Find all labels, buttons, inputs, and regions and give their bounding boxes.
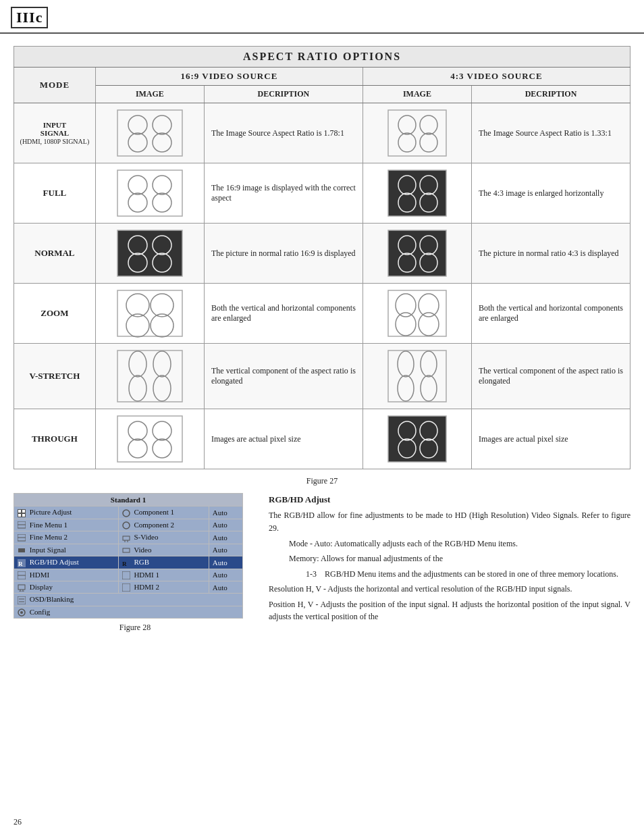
menu-item-config: Config bbox=[14, 606, 243, 618]
menu-item-right-value: Auto bbox=[209, 556, 242, 569]
image-cell-169-2 bbox=[95, 224, 204, 284]
menu-item-right-label: HDMI 2 bbox=[118, 581, 209, 594]
svg-rect-86 bbox=[122, 583, 130, 592]
aspect-ratio-table: ASPECT RATIO OPTIONS MODE 16:9 VIDEO SOU… bbox=[14, 46, 630, 469]
mode-header: MODE bbox=[14, 68, 96, 103]
menu-item-left: Input Signal bbox=[14, 544, 119, 556]
svg-point-54 bbox=[153, 439, 171, 458]
svg-point-4 bbox=[153, 133, 171, 152]
main-content: ASPECT RATIO OPTIONS MODE 16:9 VIDEO SOU… bbox=[0, 34, 644, 641]
svg-point-49 bbox=[421, 375, 437, 401]
image-col-1: IMAGE bbox=[95, 86, 204, 103]
svg-rect-82 bbox=[18, 585, 25, 590]
svg-point-2 bbox=[153, 115, 171, 134]
table-row: THROUGH Images are actual pixel size bbox=[14, 409, 630, 469]
svg-rect-45 bbox=[388, 350, 446, 402]
svg-point-65 bbox=[123, 510, 130, 517]
table-row: FULL The 16:9 image is displayed with th… bbox=[14, 163, 630, 224]
table-row: ZOOM Both the vertical and horizontal co… bbox=[14, 284, 630, 344]
svg-point-91 bbox=[20, 611, 23, 614]
image-cell-43-0 bbox=[363, 103, 471, 163]
menu-item-left: Display bbox=[14, 581, 119, 594]
menu-item-osd: OSD/Blanking bbox=[14, 594, 243, 606]
table-row: NORMAL The picture in normal ratio 16:9 … bbox=[14, 224, 630, 284]
rgb-para-3: Resolution H, V - Adjusts the horizontal… bbox=[269, 583, 630, 596]
col1-header: 16:9 VIDEO SOURCE bbox=[95, 68, 363, 86]
menu-item-right-label: S-Video bbox=[118, 531, 209, 544]
desc-cell-43-0: The Image Source Aspect Ratio is 1.33:1 bbox=[472, 103, 630, 163]
svg-rect-0 bbox=[117, 110, 182, 156]
image-col-2: IMAGE bbox=[363, 86, 471, 103]
mode-cell: INPUT SIGNAL (HDMI, 1080p signal) bbox=[14, 103, 96, 163]
svg-point-36 bbox=[396, 294, 416, 317]
svg-point-43 bbox=[129, 375, 146, 401]
desc-cell-43-5: Images are actual pixel size bbox=[472, 409, 630, 469]
page-header: IIIc bbox=[0, 0, 644, 34]
rgb-text-block: RGB/HD Adjust The RGB/HD allow for fine … bbox=[269, 493, 630, 633]
table-row: INPUT SIGNAL (HDMI, 1080p signal) The Im… bbox=[14, 103, 630, 163]
svg-point-3 bbox=[128, 133, 147, 152]
svg-point-6 bbox=[398, 115, 416, 134]
menu-figure: Standard 1 Picture Adjust Component 1 Au… bbox=[14, 493, 257, 633]
rgb-para-0: The RGB/HD allow for fine adjustments to… bbox=[269, 509, 630, 534]
menu-item-left-selected: R RGB/HD Adjust bbox=[14, 556, 119, 569]
desc-cell-169-2: The picture in normal ratio 16:9 is disp… bbox=[204, 224, 363, 284]
svg-point-7 bbox=[420, 115, 437, 134]
svg-point-34 bbox=[151, 314, 173, 337]
image-cell-43-5 bbox=[363, 409, 471, 469]
figure28-label: Figure 28 bbox=[14, 623, 257, 633]
svg-rect-62 bbox=[22, 510, 25, 513]
desc-cell-169-3: Both the vertical and horizontal compone… bbox=[204, 284, 363, 344]
mode-cell: ZOOM bbox=[14, 284, 96, 344]
svg-point-53 bbox=[128, 439, 147, 458]
menu-item-left: Picture Adjust bbox=[14, 506, 119, 519]
rgb-section-title: RGB/HD Adjust bbox=[269, 493, 630, 506]
svg-rect-64 bbox=[22, 514, 25, 517]
image-cell-169-0 bbox=[95, 103, 204, 163]
menu-item-right-label: Component 2 bbox=[118, 519, 209, 531]
mode-cell: FULL bbox=[14, 163, 96, 224]
menu-table: Standard 1 Picture Adjust Component 1 Au… bbox=[14, 493, 243, 619]
svg-text:R: R bbox=[122, 561, 127, 567]
svg-point-42 bbox=[153, 351, 171, 377]
svg-point-51 bbox=[128, 421, 147, 440]
rgb-para-4: Position H, V - Adjusts the position of … bbox=[269, 598, 630, 623]
image-cell-43-4 bbox=[363, 344, 471, 409]
svg-point-68 bbox=[123, 522, 130, 529]
svg-rect-75 bbox=[123, 548, 130, 552]
svg-point-33 bbox=[126, 314, 149, 337]
desc-cell-43-4: The vertical component of the aspect rat… bbox=[472, 344, 630, 409]
menu-item-right-label: R RGB bbox=[118, 556, 209, 569]
menu-item-left: Fine Menu 1 bbox=[14, 519, 119, 531]
mode-cell: THROUGH bbox=[14, 409, 96, 469]
svg-point-39 bbox=[419, 313, 439, 336]
svg-point-31 bbox=[126, 294, 149, 317]
rgb-para-2b: 1-3 RGB/HD Menu items and the adjustment… bbox=[269, 568, 630, 581]
desc-cell-169-4: The vertical component of the aspect rat… bbox=[204, 344, 363, 409]
menu-item-right-label: Component 1 bbox=[118, 506, 209, 519]
svg-rect-74 bbox=[18, 548, 25, 552]
mode-cell: NORMAL bbox=[14, 224, 96, 284]
svg-point-47 bbox=[421, 351, 437, 377]
image-cell-43-3 bbox=[363, 284, 471, 344]
bottom-section: Standard 1 Picture Adjust Component 1 Au… bbox=[14, 493, 630, 633]
menu-item-left: HDMI bbox=[14, 569, 119, 581]
desc-cell-43-3: Both the vertical and horizontal compone… bbox=[472, 284, 630, 344]
menu-item-left: Fine Menu 2 bbox=[14, 531, 119, 544]
rgb-para-2: Memory: Allows for manual adjustments of… bbox=[269, 552, 630, 565]
logo: IIIc bbox=[11, 7, 48, 28]
svg-point-8 bbox=[398, 133, 416, 152]
svg-rect-55 bbox=[388, 416, 446, 462]
image-cell-169-3 bbox=[95, 284, 204, 344]
menu-item-right-value: Auto bbox=[209, 519, 242, 531]
menu-item-right-value: Auto bbox=[209, 581, 242, 594]
desc-cell-169-5: Images are actual pixel size bbox=[204, 409, 363, 469]
image-cell-43-2 bbox=[363, 224, 471, 284]
menu-item-right-value: Auto bbox=[209, 506, 242, 519]
menu-item-right-value: Auto bbox=[209, 569, 242, 581]
svg-rect-61 bbox=[18, 510, 21, 513]
desc-col-1: DECRIPTION bbox=[204, 86, 363, 103]
desc-col-2: DECRIPTION bbox=[472, 86, 630, 103]
desc-cell-169-1: The 16:9 image is displayed with the cor… bbox=[204, 163, 363, 224]
mode-cell: V-STRETCH bbox=[14, 344, 96, 409]
